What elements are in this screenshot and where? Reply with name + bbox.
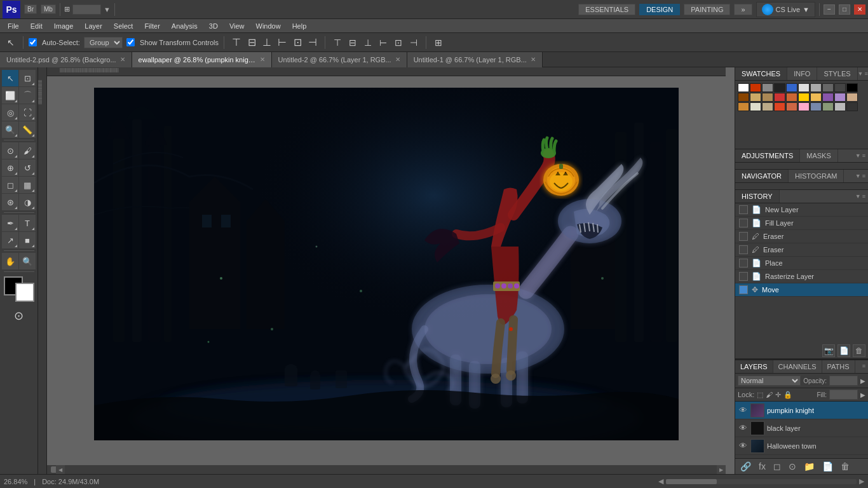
history-checkbox[interactable] [739,272,748,281]
swatch-item[interactable] [822,102,834,111]
swatch-item[interactable] [786,102,797,111]
menu-window[interactable]: Window [251,21,286,31]
auto-align-icon[interactable]: ⊞ [431,36,445,50]
layer-new-btn[interactable]: 📄 [820,461,836,472]
adj-menu-btn[interactable]: ≡ [862,152,865,159]
brush-tool[interactable]: 🖌 [19,142,36,159]
essentials-workspace-button[interactable]: ESSENTIALS [578,4,635,15]
history-item-place[interactable]: 📄 Place [735,257,868,270]
zoom-tool[interactable]: 🔍 [19,253,36,269]
history-checkbox[interactable] [739,259,748,268]
bridge-button[interactable]: Br [24,4,37,14]
align-hcenter-icon[interactable]: ⊡ [290,36,304,50]
menu-analysis[interactable]: Analysis [166,21,203,31]
move-tool-icon[interactable]: ↖ [4,36,18,50]
scroll-left-btn[interactable]: ◀ [56,465,65,474]
minimize-button[interactable]: − [824,4,835,15]
marquee-tool[interactable]: ⬜ [2,87,18,104]
maximize-button[interactable]: □ [839,4,850,15]
dist-vcenter-icon[interactable]: ⊟ [346,36,360,50]
swatch-item[interactable] [810,102,822,111]
lock-all-icon[interactable]: 🔒 [783,391,792,399]
swatch-item[interactable] [810,83,822,92]
info-tab[interactable]: INFO [787,67,817,80]
swatch-item[interactable] [810,93,822,102]
align-left-icon[interactable]: ⊢ [275,36,289,50]
eyedropper-tool[interactable]: 🔍 [2,121,18,138]
transform-checkbox[interactable] [126,38,135,46]
menu-edit[interactable]: Edit [25,21,48,31]
swatch-item[interactable] [786,83,797,92]
layer-item-pumpkin-knight[interactable]: 👁 pumpkin knight [735,402,868,419]
history-checkbox[interactable] [739,285,748,294]
quick-select-tool[interactable]: ◎ [2,104,18,121]
swatches-tab[interactable]: SWATCHES [735,67,787,80]
move-tool[interactable]: ↖ [2,70,18,86]
history-checkbox[interactable] [739,245,748,254]
background-color[interactable] [15,283,34,302]
clone-stamp-tool[interactable]: ⊕ [2,159,18,176]
align-bottom-icon[interactable]: ⊥ [260,36,274,50]
panel-menu-btn[interactable]: ≡ [865,71,868,77]
mini-bridge-button[interactable]: Mb [41,4,56,14]
swatch-item[interactable] [750,102,761,111]
canvas-container[interactable] [88,83,685,445]
align-vcenter-icon[interactable]: ⊟ [245,36,259,50]
gradient-tool[interactable]: ▦ [19,177,36,193]
horizontal-scrollbar[interactable]: ▶ ◀ [47,465,726,474]
opacity-input[interactable]: 100% [829,376,858,386]
layer-delete-btn[interactable]: 🗑 [838,461,852,472]
swatch-item[interactable] [834,83,846,92]
horizontal-scroll-thumb[interactable] [666,479,717,484]
paths-tab-button[interactable]: PATHS [822,360,855,373]
lock-position-icon[interactable]: ✛ [775,391,781,399]
dist-top-icon[interactable]: ⊤ [330,36,344,50]
fill-arrow[interactable]: ▶ [860,391,865,398]
history-checkbox[interactable] [739,205,748,214]
hand-tool[interactable]: ✋ [2,253,18,269]
history-checkbox[interactable] [739,219,748,227]
layer-style-btn[interactable]: fx [756,461,768,472]
panel-collapse-btn[interactable]: ▼ [858,71,864,77]
navigator-tab[interactable]: NAVIGATOR [735,170,789,182]
lock-image-icon[interactable]: 🖌 [766,391,773,398]
design-workspace-button[interactable]: DESIGN [639,4,680,15]
history-item-rasterize[interactable]: 📄 Rasterize Layer [735,270,868,283]
tab-close-4[interactable]: ✕ [531,56,536,63]
tab-close-2[interactable]: ✕ [260,56,265,63]
layers-menu-btn[interactable]: ≡ [860,360,868,373]
dist-hcenter-icon[interactable]: ⊡ [391,36,405,50]
quick-mask-button[interactable]: ⊙ [11,308,27,324]
swatch-item[interactable] [774,93,785,102]
menu-layer[interactable]: Layer [79,21,107,31]
swatch-item[interactable] [738,102,749,111]
swatch-item[interactable] [750,83,761,92]
layer-eye-pumpkin[interactable]: 👁 [738,405,748,415]
scroll-start-btn[interactable]: ◀ [658,477,663,485]
blur-tool[interactable]: ⊛ [2,194,18,210]
artboard-tool[interactable]: ⊡ [19,70,36,86]
menu-filter[interactable]: Filter [139,21,165,31]
swatch-item[interactable] [834,102,846,111]
eraser-tool[interactable]: ◻ [2,177,18,193]
layer-group-btn[interactable]: 📁 [801,461,817,472]
menu-help[interactable]: Help [287,21,312,31]
swatch-item[interactable] [846,93,858,102]
canvas-area[interactable]: ||||||||||||||||||||| ||||||||||||||||||… [38,67,735,474]
cs-live-button[interactable]: CS Live ▼ [756,2,815,17]
history-delete-btn[interactable]: 🗑 [853,344,865,357]
history-new-doc-btn[interactable]: 📄 [837,344,850,357]
swatch-item[interactable] [822,83,834,92]
blend-mode-select[interactable]: Normal Multiply Screen Overlay [738,376,801,386]
tab-untitled1[interactable]: Untitled-1 @ 66.7% (Layer 1, RGB... ✕ [407,52,543,67]
tab-untitled2[interactable]: Untitled-2.psd @ 26.8% (Backgro... ✕ [0,52,132,67]
swatch-item[interactable] [834,93,846,102]
layer-mask-btn[interactable]: ◻ [771,461,783,472]
ruler-tool[interactable]: 📏 [19,121,36,138]
pen-tool[interactable]: ✒ [2,215,18,231]
layers-tab-button[interactable]: LAYERS [735,360,773,373]
layer-link-btn[interactable]: 🔗 [738,461,754,472]
tab-close-1[interactable]: ✕ [120,56,125,63]
crop-tool[interactable]: ⛶ [19,104,36,121]
history-checkbox[interactable] [739,232,748,241]
